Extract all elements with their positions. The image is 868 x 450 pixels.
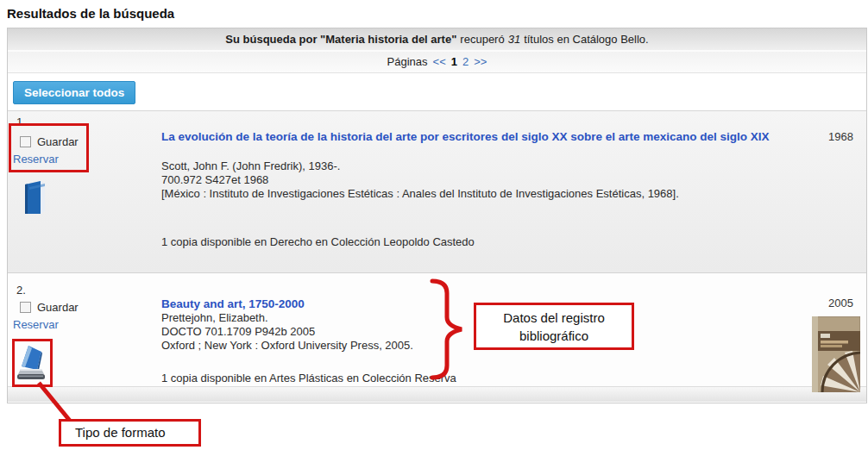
- result-1-author: Scott, John F. (John Fredrik), 1936-.: [161, 159, 340, 173]
- result-1-imprint: [México : Instituto de Investigaciones E…: [161, 187, 682, 201]
- table-footer-strip: [8, 386, 866, 402]
- search-summary-bar: Su búsqueda por "Materia historia del ar…: [8, 28, 866, 52]
- current-page-number: 1: [451, 55, 457, 68]
- search-results-page: { "page": { "heading": "Resultados de la…: [0, 0, 868, 450]
- pagination-label: Páginas: [387, 55, 428, 68]
- save-label-1: Guardar: [37, 135, 79, 148]
- result-1-title-link[interactable]: La evolución de la teoría de la historia…: [161, 129, 776, 144]
- select-all-button[interactable]: Seleccionar todos: [13, 81, 135, 104]
- search-summary-middle: recuperó: [460, 33, 504, 46]
- result-2-call-number: DOCTO 701.1709 P942b 2005: [161, 325, 315, 339]
- result-2-author: Prettejohn, Elizabeth.: [161, 311, 268, 325]
- save-checkbox-2[interactable]: [20, 302, 31, 313]
- search-summary-count: 31: [508, 33, 520, 46]
- result-2-imprint: Oxford ; New York : Oxford University Pr…: [161, 339, 413, 353]
- result-2-availability: 1 copia disponible en Artes Plásticas en…: [161, 372, 456, 385]
- result-2-index: 2.: [16, 284, 26, 297]
- results-table: Su búsqueda por "Materia historia del ar…: [7, 28, 867, 403]
- book-cover-thumbnail[interactable]: [812, 316, 860, 392]
- annotation-brace: [425, 276, 472, 384]
- toolbar-row: Seleccionar todos: [8, 73, 866, 111]
- search-summary-query: Su búsqueda por "Materia historia del ar…: [225, 33, 456, 46]
- reserve-link-2[interactable]: Reservar: [13, 318, 59, 331]
- search-summary-tail: títulos en Catálogo Bello.: [524, 33, 649, 46]
- annotation-record-data-label: Datos del registro bibliográfico: [474, 303, 634, 350]
- prev-page-link[interactable]: <<: [433, 55, 446, 68]
- result-1-availability: 1 copia disponible en Derecho en Colecci…: [161, 235, 475, 249]
- reserve-link-1[interactable]: Reservar: [13, 153, 59, 166]
- result-1-call-number: 700.972 S427et 1968: [161, 173, 268, 187]
- book-icon: [18, 177, 51, 216]
- result-2-year: 2005: [745, 297, 853, 309]
- page-2-link[interactable]: 2: [462, 55, 469, 68]
- save-label-2: Guardar: [37, 301, 79, 314]
- page-title: Resultados de la búsqueda: [7, 6, 174, 21]
- annotation-format-type-label: Tipo de formato: [59, 419, 201, 447]
- pagination-bar: Páginas<<12>>: [8, 52, 866, 73]
- next-page-link[interactable]: >>: [474, 55, 487, 68]
- result-1-year: 1968: [745, 130, 853, 143]
- save-checkbox-1[interactable]: [20, 136, 31, 147]
